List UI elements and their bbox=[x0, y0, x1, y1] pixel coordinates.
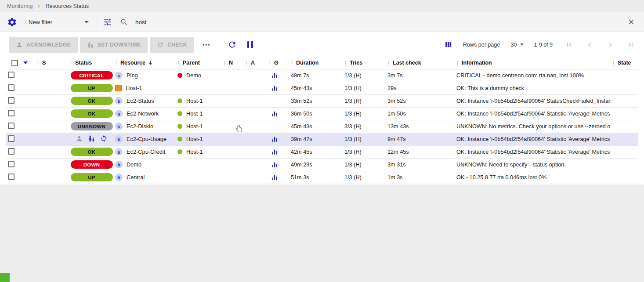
search-input[interactable] bbox=[134, 18, 619, 26]
acknowledge-button[interactable]: ACKNOWLEDGE bbox=[9, 37, 78, 53]
column-header-last-check[interactable]: ⋮Last check bbox=[386, 57, 455, 69]
parent-status-dot bbox=[177, 98, 182, 103]
tries-cell: 3/3 (H) bbox=[343, 120, 386, 133]
resource-cell[interactable]: hDemo bbox=[113, 158, 176, 171]
row-checkbox[interactable] bbox=[8, 97, 14, 104]
information-cell: OK: Instance 'i-0b54bd2f54af90064' Statu… bbox=[455, 94, 611, 107]
select-all-checkbox[interactable] bbox=[11, 60, 18, 66]
table-row[interactable]: UNKNOWNsEc2-DiskioHost-145m 43s3/3 (H)13… bbox=[6, 120, 638, 133]
pagination-area: Rows per page 30 1-9 of 9 bbox=[444, 40, 635, 49]
drag-handle-icon[interactable]: ⋮ bbox=[35, 60, 41, 66]
resource-cell[interactable]: Host-1 bbox=[113, 82, 176, 94]
resource-cell[interactable]: sEc2-Diskio bbox=[113, 120, 176, 133]
drag-handle-icon[interactable]: ⋮ bbox=[386, 60, 391, 66]
graph-icon[interactable] bbox=[269, 174, 289, 181]
column-header-information[interactable]: ⋮Information bbox=[455, 57, 611, 69]
table-row[interactable]: OKsEc2-Cpu-CreditHost-142m 45s1/3 (H)12m… bbox=[6, 145, 638, 158]
graph-icon[interactable] bbox=[269, 136, 289, 142]
drag-handle-icon[interactable]: ⋮ bbox=[343, 60, 348, 66]
column-header-resource[interactable]: ⋮Resource bbox=[113, 57, 176, 69]
resource-cell[interactable]: sEc2-Cpu-Usage bbox=[113, 133, 176, 145]
column-header-severity[interactable]: ⋮S bbox=[35, 57, 68, 69]
row-checkbox[interactable] bbox=[8, 110, 14, 116]
check-button[interactable]: CHECK bbox=[150, 37, 194, 53]
parent-name: Demo bbox=[186, 72, 201, 79]
parent-name: Host-1 bbox=[186, 98, 203, 104]
column-header-tries[interactable]: ⋮Tries bbox=[343, 57, 386, 69]
table-row[interactable]: UPHost-145m 43s1/3 (H)29sOK: This is a d… bbox=[6, 82, 638, 94]
row-checkbox[interactable] bbox=[8, 148, 14, 155]
graph-icon[interactable] bbox=[269, 72, 289, 79]
resource-name: Ec2-Cpu-Usage bbox=[127, 136, 166, 142]
drag-handle-icon[interactable]: ⋮ bbox=[267, 60, 273, 66]
parent-status-dot bbox=[177, 137, 182, 141]
graph-icon[interactable] bbox=[269, 162, 289, 168]
information-cell: OK: Instance 'i-0b54bd2f54af90064' Stati… bbox=[455, 145, 611, 158]
drag-handle-icon[interactable]: ⋮ bbox=[289, 60, 295, 66]
column-header-duration[interactable]: ⋮Duration bbox=[289, 57, 343, 69]
main-content: ACKNOWLEDGE SET DOWNTIME CHECK ⋯ R bbox=[0, 32, 644, 184]
graph-icon[interactable] bbox=[269, 85, 289, 91]
tries-cell: 1/3 (H) bbox=[343, 107, 386, 120]
column-header-graph[interactable]: ⋮G bbox=[267, 57, 289, 69]
drag-handle-icon[interactable]: ⋮ bbox=[611, 60, 616, 66]
drag-handle-icon[interactable]: ⋮ bbox=[68, 60, 74, 66]
resource-cell[interactable]: hCentral bbox=[113, 171, 176, 184]
action-cell bbox=[244, 107, 267, 120]
resource-cell[interactable]: sEc2-Cpu-Credit bbox=[113, 145, 176, 158]
table-row[interactable]: OKsEc2-NetworkHost-136m 50s1/3 (H)1m 50s… bbox=[6, 107, 638, 120]
resource-cell[interactable]: sEc2-Status bbox=[113, 94, 176, 107]
drag-handle-icon[interactable]: ⋮ bbox=[113, 60, 119, 66]
table-row[interactable]: sEc2-Cpu-UsageHost-139m 47s1/3 (H)9m 47s… bbox=[6, 133, 638, 145]
row-checkbox[interactable] bbox=[8, 135, 14, 142]
drag-handle-icon[interactable]: ⋮ bbox=[455, 60, 460, 66]
table-row[interactable]: UPhCentral51m 3s1/3 (H)1m 3sOK - 10.25.8… bbox=[6, 171, 638, 184]
column-header-status[interactable]: ⋮Status bbox=[68, 57, 113, 69]
first-page-button[interactable] bbox=[565, 40, 573, 49]
advanced-filter-tune-icon[interactable] bbox=[103, 18, 112, 26]
last-check-cell: 29s bbox=[386, 82, 455, 94]
column-header-parent[interactable]: ⋮Parent bbox=[176, 57, 222, 69]
column-header-action[interactable]: ⋮A bbox=[244, 57, 267, 69]
pause-autorefresh-button[interactable] bbox=[247, 41, 253, 48]
information-cell: OK: Instance 'i-0b54bd2f54af90064' Stati… bbox=[455, 133, 611, 145]
row-checkbox[interactable] bbox=[8, 161, 14, 167]
previous-page-button[interactable] bbox=[586, 40, 594, 49]
breadcrumb-monitoring[interactable]: Monitoring bbox=[7, 3, 33, 9]
drag-handle-icon[interactable]: ⋮ bbox=[244, 60, 250, 66]
information-cell: UNKNOWN: Need to specify --status option… bbox=[455, 158, 611, 171]
table-row[interactable]: DOWNhDemo49m 29s1/3 (H)3m 31sUNKNOWN: Ne… bbox=[6, 158, 638, 171]
resource-cell[interactable]: sPing bbox=[113, 69, 176, 82]
notes-cell bbox=[222, 133, 244, 145]
row-checkbox[interactable] bbox=[8, 174, 14, 180]
clear-search-icon[interactable]: ✕ bbox=[626, 18, 637, 27]
filter-settings-gear-icon[interactable] bbox=[7, 17, 17, 27]
graph-icon[interactable] bbox=[269, 111, 289, 117]
parent-status-dot bbox=[177, 73, 182, 78]
row-checkbox[interactable] bbox=[8, 72, 14, 78]
next-page-button[interactable] bbox=[606, 40, 615, 49]
column-header-state[interactable]: ⋮State bbox=[611, 57, 638, 69]
drag-handle-icon[interactable]: ⋮ bbox=[176, 60, 181, 66]
last-check-cell: 9m 47s bbox=[386, 133, 455, 145]
select-dropdown-icon[interactable] bbox=[23, 61, 28, 64]
edit-columns-icon[interactable] bbox=[444, 40, 452, 49]
set-downtime-button[interactable]: SET DOWNTIME bbox=[80, 37, 148, 53]
status-pill: OK bbox=[71, 109, 113, 118]
breadcrumb-resources-status[interactable]: Resources Status bbox=[45, 3, 89, 9]
last-page-button[interactable] bbox=[627, 40, 635, 49]
row-checkbox[interactable] bbox=[8, 123, 14, 129]
graph-icon[interactable] bbox=[269, 149, 289, 155]
last-check-cell: 1m 50s bbox=[386, 107, 455, 120]
chevron-right-icon bbox=[36, 4, 41, 9]
row-checkbox[interactable] bbox=[8, 84, 14, 91]
refresh-list-button[interactable] bbox=[228, 40, 237, 49]
drag-handle-icon[interactable]: ⋮ bbox=[222, 60, 228, 66]
more-actions-button[interactable]: ⋯ bbox=[200, 40, 213, 50]
table-row[interactable]: OKsEc2-StatusHost-133m 52s1/3 (H)3m 52sO… bbox=[6, 94, 638, 107]
rows-per-page-select[interactable]: 30 bbox=[510, 41, 523, 48]
column-header-notes[interactable]: ⋮N bbox=[222, 57, 244, 69]
resource-cell[interactable]: sEc2-Network bbox=[113, 107, 176, 120]
table-row[interactable]: CRITICALsPingDemo48m 7s1/3 (H)3m 7sCRITI… bbox=[6, 69, 638, 82]
saved-filter-select[interactable]: New filter bbox=[23, 15, 97, 29]
